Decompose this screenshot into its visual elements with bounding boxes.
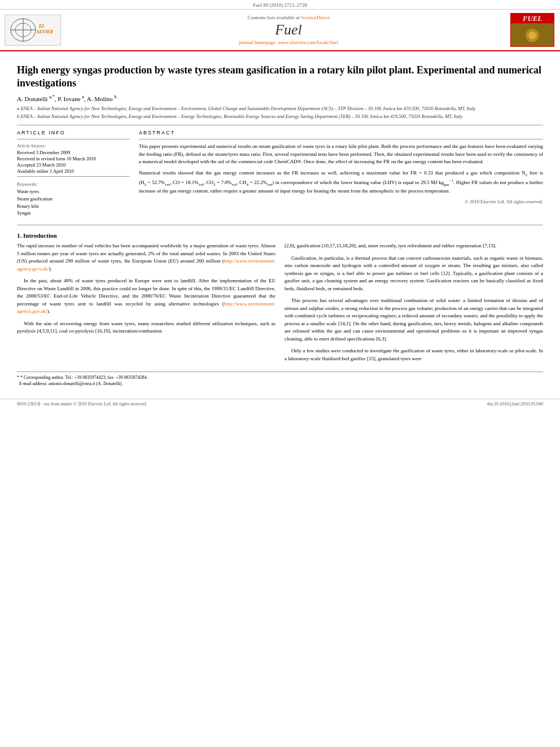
introduction-section: 1. Introduction The rapid increase in nu… <box>17 232 543 367</box>
introduction-title: 1. Introduction <box>17 232 543 239</box>
affiliation-a: a ENEA – Italian National Agency for New… <box>17 106 543 112</box>
homepage-url[interactable]: www.elsevier.com/locate/fuel <box>278 40 338 45</box>
author-names: A. Donatelli a,*, P. Iovane a, A. Molino… <box>17 95 116 102</box>
issn-text: 0016-2361/$ - see front matter © 2010 El… <box>17 401 147 407</box>
intro-rp4: Only a few studies were conducted to inv… <box>285 347 543 362</box>
intro-col-left: The rapid increase in number of road veh… <box>17 242 275 367</box>
footnote-text-content: * Corresponding author. Tel.: +39 083597… <box>20 375 147 380</box>
received-date: Received 3 December 2009 <box>17 150 130 155</box>
journal-name: Fuel <box>72 21 505 38</box>
intro-rp2: Gasification, in particular, is a therma… <box>285 255 543 293</box>
footnote-section: * * Corresponding author. Tel.: +39 0835… <box>17 372 543 387</box>
intro-p3: With the aim of recovering energy from w… <box>17 320 275 335</box>
accepted-date: Accepted 23 March 2010 <box>17 162 130 168</box>
sciencedirect-line: Contents lists available at ScienceDirec… <box>72 15 505 20</box>
abstract-column: ABSTRACT This paper presents experimenta… <box>139 130 543 217</box>
svg-text:EL: EL <box>38 24 45 29</box>
journal-center: Contents lists available at ScienceDirec… <box>67 15 510 45</box>
intro-col-right: [2,8], gasification [10,17,15,18,20], an… <box>285 242 543 367</box>
fuel-logo: FUEL <box>510 13 555 47</box>
authors: A. Donatelli a,*, P. Iovane a, A. Molino… <box>17 95 543 103</box>
abstract-p1: This paper presents experimental and num… <box>139 143 543 166</box>
footnote-email-content: E-mail address: antonio.donatelli@enea.i… <box>19 381 123 386</box>
abstract-text: This paper presents experimental and num… <box>139 143 543 195</box>
intro-rp3: This process has several advantages over… <box>285 297 543 343</box>
elsevier-image: EL SEVIER <box>5 15 61 46</box>
main-content: High energy syngas production by waste t… <box>0 51 560 393</box>
intro-p2: In the past, about 40% of waste tyres pr… <box>17 277 275 316</box>
section-number: 1. <box>17 232 21 239</box>
section-label: Introduction <box>23 232 57 239</box>
url-link-1[interactable]: http://www.environment-agency.go-v.uk/ <box>17 258 275 272</box>
article-info-header: ARTICLE INFO <box>17 130 130 136</box>
article-info-abstract: ARTICLE INFO Article history: Received 3… <box>17 130 543 217</box>
abstract-header: ABSTRACT <box>139 130 543 136</box>
keyword-steam-gasification: Steam gasification <box>17 195 130 203</box>
fuel-logo-image: FUEL <box>510 13 554 47</box>
journal-homepage: journal homepage: www.elsevier.com/locat… <box>72 40 505 45</box>
intro-rp1: [2,8], gasification [10,17,15,18,20], an… <box>285 242 543 250</box>
article-info-column: ARTICLE INFO Article history: Received 3… <box>17 130 130 217</box>
history-label: Article history: <box>17 143 130 148</box>
keyword-syngas: Syngas <box>17 209 130 217</box>
body-divider <box>17 225 543 225</box>
svg-text:SEVIER: SEVIER <box>37 29 54 34</box>
abstract-p2: Numerical results showed that the gas en… <box>139 169 543 195</box>
keyword-waste-tyres: Waste tyres <box>17 188 130 195</box>
revised-date: Received in revised form 10 March 2010 <box>17 156 130 161</box>
keywords-section: Keywords: Waste tyres Steam gasification… <box>17 181 130 217</box>
footnote-corresponding: * * Corresponding author. Tel.: +39 0835… <box>17 374 543 381</box>
intro-p1: The rapid increase in number of road veh… <box>17 242 275 273</box>
introduction-columns: The rapid increase in number of road veh… <box>17 242 543 367</box>
svg-point-11 <box>528 32 536 40</box>
footnote-email: E-mail address: antonio.donatelli@enea.i… <box>17 381 543 387</box>
online-date: Available online 1 April 2010 <box>17 168 130 174</box>
affiliations: a ENEA – Italian National Agency for New… <box>17 106 543 120</box>
bottom-bar: 0016-2361/$ - see front matter © 2010 El… <box>0 399 560 409</box>
url-link-2[interactable]: http://www.environment-agency.gov.uk/ <box>17 301 275 314</box>
svg-text:FUEL: FUEL <box>522 15 542 23</box>
citation-text: Fuel 89 (2010) 2721–2728 <box>253 2 307 8</box>
info-divider <box>17 139 130 139</box>
section-divider <box>17 125 543 125</box>
homepage-label: journal homepage: <box>239 40 277 45</box>
doi-text: doi:10.1016/j.fuel.2010.03.040 <box>487 401 543 407</box>
elsevier-logo: EL SEVIER <box>5 15 67 46</box>
article-title: High energy syngas production by waste t… <box>17 64 543 90</box>
affiliation-b: b ENEA – Italian National Agency for New… <box>17 113 543 120</box>
page-wrapper: Fuel 89 (2010) 2721–2728 EL SEVIER <box>0 0 560 409</box>
keywords-label: Keywords: <box>17 181 130 187</box>
keywords-divider <box>17 176 130 177</box>
copyright-line: © 2010 Elsevier Ltd. All rights reserved… <box>139 199 543 204</box>
journal-header: EL SEVIER Contents lists available at Sc… <box>0 10 560 51</box>
sciencedirect-link[interactable]: ScienceDirect <box>301 15 329 20</box>
keyword-rotary-kiln: Rotary kiln <box>17 203 130 210</box>
top-bar: Fuel 89 (2010) 2721–2728 <box>0 0 560 10</box>
abstract-divider <box>139 139 543 139</box>
